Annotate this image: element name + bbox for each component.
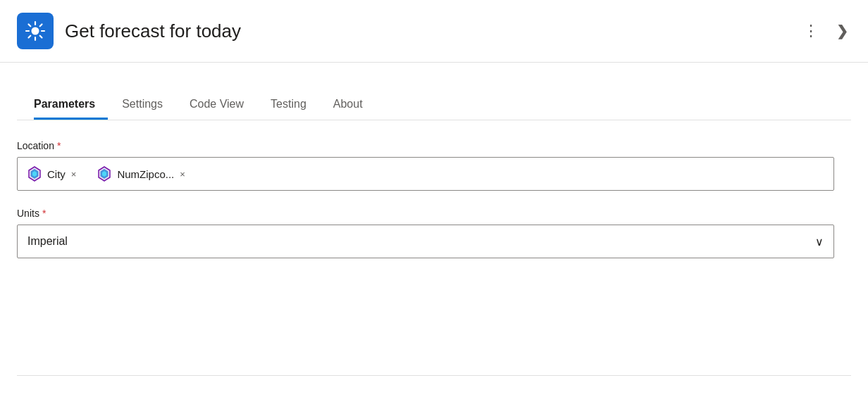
svg-line-6 [40,36,42,38]
svg-point-0 [32,27,39,35]
units-required-indicator: * [42,208,46,219]
tabs: Parameters Settings Code View Testing Ab… [17,91,851,120]
city-tag: City × [26,165,76,182]
numzipco-tag-label: NumZipco... [117,168,174,180]
location-required-indicator: * [57,140,61,151]
city-tag-icon [26,165,43,182]
svg-line-7 [40,25,42,27]
units-select[interactable]: Imperial ∨ [17,225,834,258]
page-container: Get forecast for today ⋮ ❯ Parameters Se… [0,0,868,404]
header: Get forecast for today ⋮ ❯ [0,0,868,63]
tab-settings[interactable]: Settings [122,91,175,120]
city-tag-label: City [47,168,66,180]
tab-parameters[interactable]: Parameters [34,91,108,120]
units-label-text: Units [17,208,39,219]
location-label: Location * [17,140,851,151]
numzipco-tag: NumZipco... × [96,165,185,182]
tabs-container: Parameters Settings Code View Testing Ab… [0,77,868,120]
svg-line-8 [29,36,31,38]
tab-testing[interactable]: Testing [271,91,319,120]
numzipco-tag-close[interactable]: × [180,169,185,179]
city-tag-close[interactable]: × [71,169,77,179]
chevron-down-icon: ∨ [815,235,824,248]
content-area: Location * City × [0,120,868,404]
header-actions: ⋮ ❯ [800,19,851,43]
tab-about[interactable]: About [333,91,376,120]
bottom-divider [17,375,851,376]
units-select-value: Imperial [27,235,68,248]
location-label-text: Location [17,140,54,151]
units-label: Units * [17,208,851,219]
more-icon: ⋮ [803,22,819,40]
app-icon [17,13,54,49]
header-left: Get forecast for today [17,13,241,49]
location-field-group: Location * City × [17,140,851,191]
page-title: Get forecast for today [65,20,241,42]
collapse-button[interactable]: ❯ [833,20,851,42]
sun-icon [24,20,46,42]
more-options-button[interactable]: ⋮ [800,19,822,43]
tab-code-view[interactable]: Code View [190,91,256,120]
numzipco-tag-icon [96,165,113,182]
chevron-left-icon: ❯ [836,23,848,39]
svg-line-5 [29,25,31,27]
units-field-group: Units * Imperial ∨ [17,208,851,258]
location-input[interactable]: City × NumZipco... × [17,157,834,191]
